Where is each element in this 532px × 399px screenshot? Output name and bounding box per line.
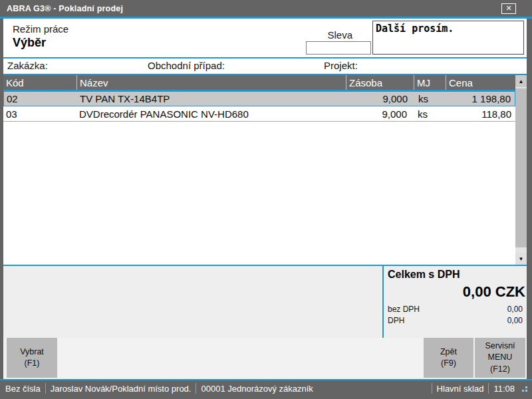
cell-zasoba: 9,000 <box>346 108 414 120</box>
function-button-bar: Vybrat (F1) Zpět (F9) Servisní MENU (F12… <box>3 338 527 379</box>
column-header-kod[interactable]: Kód <box>3 75 76 90</box>
status-separator <box>488 383 489 394</box>
customer-display: Další prosím. <box>372 21 524 55</box>
discount-input[interactable] <box>306 41 371 55</box>
mode-label: Režim práce <box>13 23 68 35</box>
column-header-nazev[interactable]: Název <box>76 75 346 90</box>
vertical-scrollbar[interactable]: ▲ ▼ <box>515 75 527 265</box>
mode-value: Výběr <box>13 36 46 50</box>
order-label: Zakázka: <box>7 60 48 71</box>
scroll-up-icon[interactable]: ▲ <box>515 75 527 87</box>
cell-kod: 02 <box>4 93 77 104</box>
vat-value: 0,00 <box>507 316 523 325</box>
total-with-vat-label: Celkem s DPH <box>388 269 525 281</box>
status-clock: 11:08 <box>493 384 515 394</box>
status-customer: 00001 Jednorázový zákazník <box>201 384 313 394</box>
app-window: ABRA G3® - Pokladní prodej ✕ Režim práce… <box>0 0 532 399</box>
cell-cena: 118,80 <box>446 108 515 120</box>
without-vat-label: bez DPH <box>388 305 420 314</box>
table-row-selected[interactable]: 02 TV PAN TX-14B4TP 9,000 ks 1 198,80 <box>3 91 515 106</box>
mode-panel: Režim práce Výběr Sleva Další prosím. <box>3 19 527 57</box>
discount-label: Sleva <box>269 29 352 41</box>
items-table: Kód Název Zásoba MJ Cena 02 TV PAN TX-14… <box>3 75 527 265</box>
cell-mj: ks <box>414 93 446 104</box>
status-separator <box>45 383 46 394</box>
column-header-mj[interactable]: MJ <box>414 75 446 90</box>
scrollbar-thumb[interactable] <box>515 88 527 247</box>
window-title: ABRA G3® - Pokladní prodej <box>7 4 123 13</box>
cell-kod: 03 <box>3 108 76 120</box>
without-vat-value: 0,00 <box>507 305 523 314</box>
cell-cena: 1 198,80 <box>446 93 515 104</box>
close-icon[interactable]: ✕ <box>501 3 516 14</box>
table-row[interactable]: 03 DVDrecordér PANASONIC NV-HD680 9,000 … <box>3 106 515 122</box>
status-separator <box>196 383 196 394</box>
totals-values: Celkem s DPH 0,00 CZK bez DPH 0,00 DPH 0… <box>384 266 527 338</box>
context-row: Zakázka: Obchodní případ: Projekt: <box>3 59 527 74</box>
window-content: Režim práce Výběr Sleva Další prosím. Za… <box>0 19 532 379</box>
vat-label: DPH <box>388 316 404 325</box>
totals-empty-area <box>3 266 382 338</box>
status-bar: Bez čísla Jaroslav Novák/Pokladní místo … <box>0 380 532 399</box>
totals-panel: Celkem s DPH 0,00 CZK bez DPH 0,00 DPH 0… <box>3 266 527 338</box>
cell-nazev: TV PAN TX-14B4TP <box>77 93 346 104</box>
project-label: Projekt: <box>324 60 358 71</box>
status-user-workplace: Jaroslav Novák/Pokladní místo prod. <box>51 384 192 394</box>
total-with-vat-value: 0,00 CZK <box>388 283 525 301</box>
resize-grip[interactable] <box>520 384 528 392</box>
cell-mj: ks <box>414 108 446 120</box>
status-separator <box>432 383 432 394</box>
status-document-number: Bez čísla <box>5 384 41 394</box>
cell-nazev: DVDrecordér PANASONIC NV-HD680 <box>76 108 346 120</box>
status-warehouse: Hlavní sklad <box>437 384 484 394</box>
column-header-zasoba[interactable]: Zásoba <box>346 75 414 90</box>
table-header: Kód Název Zásoba MJ Cena <box>3 75 515 91</box>
service-menu-button[interactable]: Servisní MENU (F12) <box>475 338 525 378</box>
back-button[interactable]: Zpět (F9) <box>424 338 473 378</box>
business-case-label: Obchodní případ: <box>148 60 225 71</box>
customer-display-message: Další prosím. <box>376 23 454 35</box>
select-button[interactable]: Vybrat (F1) <box>7 338 57 378</box>
scroll-down-icon[interactable]: ▼ <box>515 253 527 265</box>
title-bar[interactable]: ABRA G3® - Pokladní prodej ✕ <box>0 0 532 17</box>
cell-zasoba: 9,000 <box>346 93 414 104</box>
column-header-cena[interactable]: Cena <box>446 75 515 90</box>
